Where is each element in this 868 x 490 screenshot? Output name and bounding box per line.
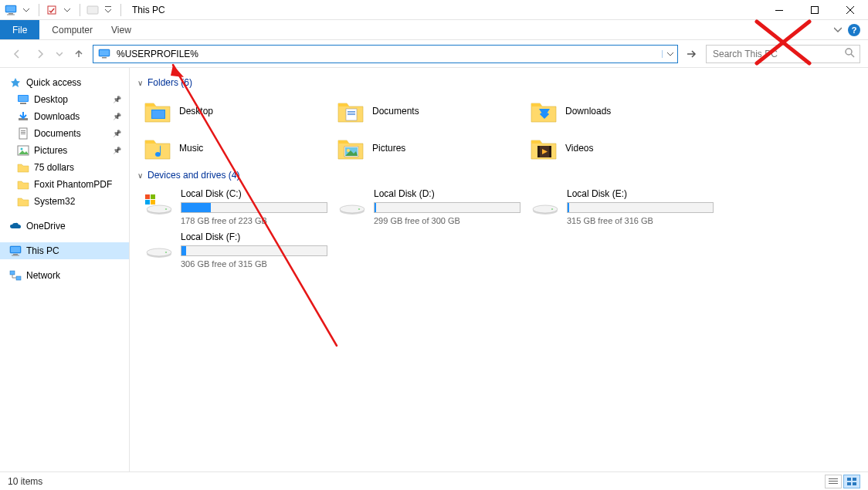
sidebar-item[interactable]: Documents📌: [0, 125, 129, 142]
window-title: This PC: [129, 5, 165, 15]
pin-icon: 📌: [113, 147, 121, 154]
pin-icon: 📌: [113, 130, 121, 137]
large-icons-view-button[interactable]: [843, 475, 860, 488]
folder-item[interactable]: Music: [137, 130, 331, 167]
folder-item[interactable]: Desktop: [137, 93, 331, 130]
quick-access-toolbar: [0, 4, 129, 16]
back-button[interactable]: [8, 45, 26, 63]
view-tab[interactable]: View: [102, 20, 141, 39]
group-header-drives[interactable]: ∨ Devices and drives (4): [137, 167, 860, 185]
up-button[interactable]: [70, 45, 88, 63]
recent-locations-button[interactable]: [54, 45, 65, 63]
folder-icon: [17, 110, 29, 123]
drive-item[interactable]: Local Disk (C:)178 GB free of 223 GB: [137, 185, 331, 228]
svg-point-52: [358, 208, 360, 210]
address-dropdown-icon[interactable]: [662, 50, 677, 58]
search-input[interactable]: [711, 48, 844, 60]
drive-usage-bar: [567, 202, 714, 213]
svg-rect-61: [829, 478, 838, 479]
sidebar: Quick access Desktop📌Downloads📌Documents…: [0, 68, 130, 471]
folder-icon: [17, 178, 29, 191]
drive-icon: [335, 188, 366, 218]
close-button[interactable]: [832, 0, 868, 20]
drive-item[interactable]: Local Disk (E:)315 GB free of 316 GB: [524, 185, 717, 228]
svg-rect-53: [531, 194, 541, 204]
svg-point-60: [165, 252, 167, 253]
pin-icon: 📌: [113, 96, 121, 103]
properties-icon[interactable]: [46, 4, 58, 16]
drive-free-label: 315 GB free of 316 GB: [567, 216, 714, 225]
address-input[interactable]: [117, 49, 662, 59]
go-button[interactable]: [683, 45, 701, 63]
drive-item[interactable]: Local Disk (F:)306 GB free of 315 GB: [137, 228, 331, 272]
sidebar-item[interactable]: Downloads📌: [0, 108, 129, 125]
group-header-folders[interactable]: ∨ Folders (6): [137, 74, 860, 93]
sidebar-item-label: Pictures: [34, 145, 108, 156]
group-label: Folders (6): [147, 77, 192, 88]
customize-qat-icon[interactable]: [102, 4, 114, 16]
computer-tab[interactable]: Computer: [42, 20, 102, 39]
folder-item[interactable]: Downloads: [524, 93, 717, 130]
search-box[interactable]: [706, 45, 860, 63]
file-tab[interactable]: File: [0, 20, 39, 39]
qat-dropdown2-icon[interactable]: [61, 4, 73, 16]
folder-item[interactable]: Videos: [524, 130, 717, 167]
expand-ribbon-icon[interactable]: [834, 25, 842, 35]
svg-rect-65: [853, 478, 856, 481]
address-bar[interactable]: [93, 45, 678, 63]
sidebar-item[interactable]: 75 dollars: [0, 159, 129, 176]
thispc-icon: [9, 245, 22, 257]
forward-button[interactable]: [31, 45, 49, 63]
folder-label: Documents: [372, 106, 419, 117]
sidebar-this-pc[interactable]: This PC: [0, 242, 129, 259]
svg-rect-49: [338, 194, 348, 204]
sidebar-item[interactable]: Foxit PhantomPDF: [0, 176, 129, 193]
folder-icon: [142, 133, 173, 164]
sidebar-item-label: Documents: [34, 128, 108, 139]
sidebar-item-label: Desktop: [34, 94, 108, 105]
folder-icon: [528, 133, 559, 164]
titlebar: This PC: [0, 0, 868, 20]
sidebar-network[interactable]: Network: [0, 267, 129, 284]
drive-usage-bar: [181, 245, 327, 256]
svg-point-56: [551, 208, 553, 210]
maximize-button[interactable]: [797, 0, 832, 20]
group-label: Devices and drives (4): [147, 170, 239, 181]
svg-rect-63: [829, 483, 838, 484]
drive-label: Local Disk (C:): [181, 188, 327, 199]
folder-item[interactable]: Documents: [331, 93, 524, 130]
sidebar-onedrive[interactable]: OneDrive: [0, 218, 129, 235]
svg-point-38: [347, 149, 350, 152]
sidebar-item[interactable]: Pictures📌: [0, 142, 129, 159]
svg-rect-10: [100, 50, 109, 56]
drive-free-label: 306 GB free of 315 GB: [181, 259, 327, 269]
minimize-button[interactable]: [761, 0, 797, 20]
qat-dropdown-icon[interactable]: [20, 4, 32, 16]
sidebar-item[interactable]: System32: [0, 193, 129, 210]
sidebar-item-label: Foxit PhantomPDF: [34, 179, 121, 190]
drive-icon: [528, 188, 559, 218]
svg-point-12: [846, 49, 852, 55]
nav-row: [0, 40, 868, 68]
fileexplorer-icon: [86, 4, 99, 16]
thispc-icon: [5, 4, 17, 16]
sidebar-item[interactable]: Desktop📌: [0, 91, 129, 108]
svg-rect-64: [847, 478, 851, 481]
svg-rect-43: [151, 194, 155, 199]
folder-item[interactable]: Pictures: [331, 130, 524, 167]
svg-rect-41: [549, 146, 551, 157]
folder-label: Videos: [565, 143, 593, 154]
drive-label: Local Disk (F:): [181, 231, 327, 242]
sidebar-quick-access[interactable]: Quick access: [0, 74, 129, 91]
svg-point-47: [147, 205, 171, 213]
help-icon[interactable]: ?: [848, 24, 860, 36]
drive-icon: [142, 188, 173, 218]
sidebar-label: OneDrive: [26, 221, 121, 231]
svg-line-13: [851, 54, 854, 57]
details-view-button[interactable]: [825, 475, 842, 488]
svg-point-48: [165, 208, 167, 210]
drive-item[interactable]: Local Disk (D:)299 GB free of 300 GB: [331, 185, 524, 228]
sidebar-item-label: 75 dollars: [34, 162, 121, 173]
svg-rect-34: [348, 113, 355, 113]
star-icon: [9, 76, 22, 89]
